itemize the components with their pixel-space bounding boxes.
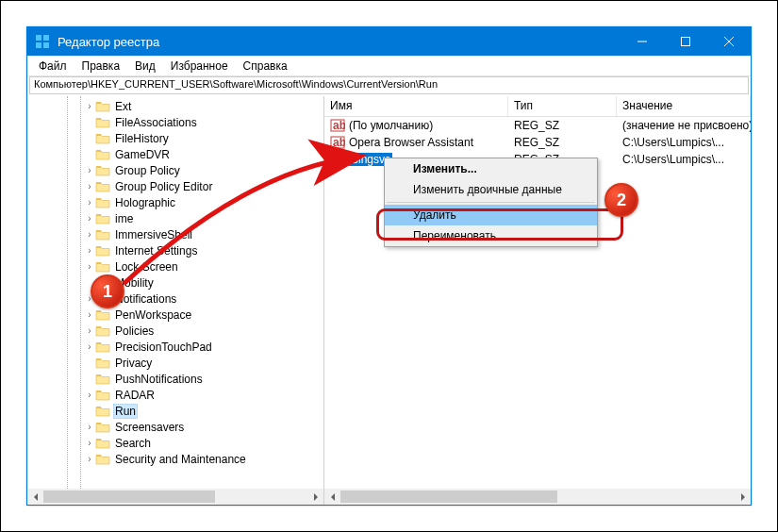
chevron-icon[interactable]: › <box>84 438 95 448</box>
tree-hscroll[interactable] <box>27 489 323 505</box>
col-value[interactable]: Значение <box>617 96 751 116</box>
ctx-item[interactable]: Удалить <box>385 205 597 225</box>
chevron-icon[interactable]: › <box>84 341 95 352</box>
minimize-button[interactable] <box>621 27 664 56</box>
titlebar: Редактор реестра <box>27 27 751 56</box>
maximize-button[interactable] <box>664 27 707 56</box>
tree-item[interactable]: ›Lock Screen <box>27 258 323 274</box>
ctx-item[interactable]: Изменить двоичные данные <box>385 179 597 200</box>
tree-item[interactable]: ›ImmersiveShell <box>27 226 323 242</box>
context-menu: Изменить...Изменить двоичные данныеУдали… <box>384 158 598 247</box>
svg-rect-13 <box>96 182 101 184</box>
address-bar[interactable]: Компьютер\HKEY_CURRENT_USER\Software\Mic… <box>29 76 749 94</box>
tree-item[interactable]: Privacy <box>27 355 323 371</box>
ctx-item[interactable]: Переименовать <box>385 225 597 246</box>
scroll-left-icon[interactable] <box>324 489 340 505</box>
folder-icon <box>95 308 110 322</box>
menu-help[interactable]: Справка <box>236 58 295 75</box>
tree-item[interactable]: ›ime <box>27 210 323 226</box>
tree-item[interactable]: Run <box>27 403 323 419</box>
tree-item[interactable]: ›Group Policy <box>27 162 323 178</box>
svg-rect-30 <box>96 455 101 457</box>
tree-item-label: GameDVR <box>113 148 172 161</box>
value-name: Opera Browser Assistant <box>349 136 473 149</box>
tree-item[interactable]: ›Screensavers <box>27 419 323 435</box>
list-hscroll[interactable] <box>324 489 751 505</box>
tree-item-label: PenWorkspace <box>113 308 193 322</box>
chevron-icon[interactable]: › <box>84 165 95 175</box>
folder-icon <box>95 421 110 434</box>
registry-tree[interactable]: ›ExtFileAssociationsFileHistoryGameDVR›G… <box>27 96 323 489</box>
tree-item[interactable]: ›RADAR <box>27 387 323 403</box>
string-value-icon: ab <box>330 135 345 150</box>
tree-item[interactable]: Mobility <box>27 274 323 291</box>
ctx-separator <box>387 202 595 203</box>
chevron-icon[interactable]: › <box>84 197 95 208</box>
svg-rect-24 <box>96 358 101 360</box>
scroll-left-icon[interactable] <box>27 489 43 505</box>
value-row[interactable]: ab(По умолчанию)REG_SZ(значение не присв… <box>324 117 751 134</box>
folder-icon <box>95 212 110 225</box>
tree-item[interactable]: ›Policies <box>27 323 323 339</box>
tree-item[interactable]: ›Ext <box>27 98 323 114</box>
folder-icon <box>95 260 110 274</box>
app-icon <box>35 34 50 49</box>
chevron-icon[interactable]: › <box>84 309 95 320</box>
tree-item-label: Group Policy Editor <box>113 180 214 193</box>
svg-rect-21 <box>96 310 101 312</box>
chevron-icon[interactable]: › <box>84 101 95 111</box>
chevron-icon[interactable]: › <box>84 325 95 336</box>
tree-item[interactable]: ›Search <box>27 435 323 451</box>
chevron-icon[interactable]: › <box>84 245 95 256</box>
tree-item[interactable]: ›PrecisionTouchPad <box>27 339 323 355</box>
chevron-icon[interactable]: › <box>84 181 95 191</box>
chevron-icon[interactable]: › <box>84 390 95 400</box>
folder-icon <box>95 405 110 418</box>
svg-rect-25 <box>96 374 101 376</box>
tree-item-label: Run <box>113 404 138 419</box>
col-type[interactable]: Тип <box>508 96 617 116</box>
chevron-icon[interactable]: › <box>84 229 95 240</box>
tree-item-label: PrecisionTouchPad <box>113 341 214 354</box>
tree-item-label: Screensavers <box>113 421 186 434</box>
folder-icon <box>95 116 110 129</box>
value-row[interactable]: abOpera Browser AssistantREG_SZC:\Users\… <box>324 134 751 151</box>
chevron-icon[interactable]: › <box>84 422 95 432</box>
tree-item[interactable]: FileAssociations <box>27 114 323 130</box>
callout-2: 2 <box>604 183 638 217</box>
tree-item-label: FileHistory <box>113 132 171 145</box>
value-data: C:\Users\Lumpics\... <box>617 153 751 166</box>
tree-item[interactable]: ›Internet Settings <box>27 242 323 258</box>
tree-item-label: RADAR <box>113 389 157 402</box>
tree-item[interactable]: ›Group Policy Editor <box>27 178 323 194</box>
menu-view[interactable]: Вид <box>127 58 163 75</box>
tree-item-label: Search <box>113 437 153 450</box>
tree-item[interactable]: GameDVR <box>27 146 323 162</box>
chevron-icon[interactable]: › <box>84 213 95 224</box>
menu-edit[interactable]: Правка <box>74 58 128 75</box>
tree-item[interactable]: ›Security and Maintenance <box>27 451 323 467</box>
close-button[interactable] <box>707 27 751 56</box>
menu-file[interactable]: Файл <box>31 58 74 75</box>
scroll-right-icon[interactable] <box>735 489 751 505</box>
ctx-item[interactable]: Изменить... <box>385 158 597 179</box>
chevron-icon[interactable]: › <box>84 454 95 464</box>
svg-rect-10 <box>96 134 101 136</box>
svg-rect-14 <box>96 198 101 200</box>
tree-item[interactable]: ›PenWorkspace <box>27 307 323 323</box>
svg-rect-26 <box>96 391 101 392</box>
col-name[interactable]: Имя <box>324 96 508 116</box>
menu-favorites[interactable]: Избранное <box>163 58 236 75</box>
folder-icon <box>95 389 110 402</box>
svg-rect-29 <box>96 439 101 441</box>
tree-item-label: FileAssociations <box>113 116 199 129</box>
svg-rect-5 <box>682 38 690 46</box>
tree-item[interactable]: ›Holographic <box>27 194 323 210</box>
scroll-right-icon[interactable] <box>307 489 323 505</box>
tree-item[interactable]: PushNotifications <box>27 371 323 387</box>
tree-item-label: Internet Settings <box>113 244 199 258</box>
chevron-icon[interactable]: › <box>84 261 95 272</box>
folder-icon <box>95 324 110 338</box>
tree-item[interactable]: ›Notifications <box>27 291 323 307</box>
tree-item[interactable]: FileHistory <box>27 130 323 146</box>
